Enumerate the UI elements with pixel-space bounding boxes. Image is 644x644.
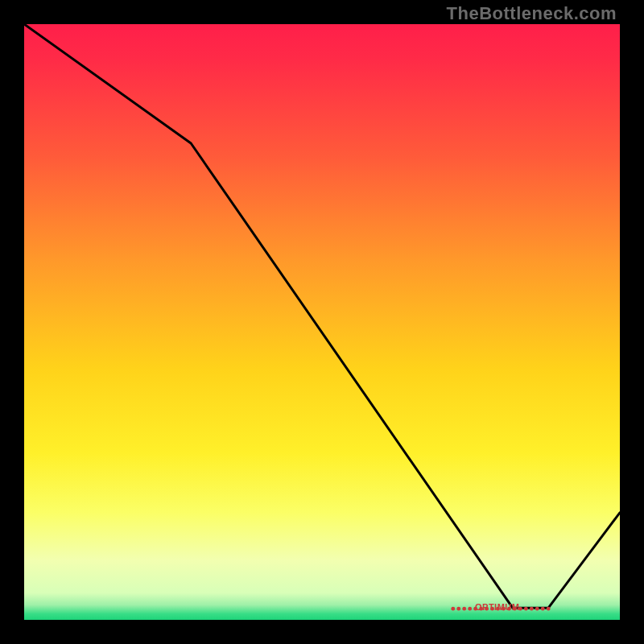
svg-point-3: [468, 607, 472, 611]
chart-frame: OPTIMUM: [24, 24, 620, 620]
gradient-background: [24, 24, 620, 620]
svg-point-13: [524, 607, 528, 611]
watermark-text: TheBottleneck.com: [447, 3, 617, 24]
svg-point-2: [462, 607, 466, 611]
bottleneck-chart: [24, 24, 620, 620]
svg-point-0: [451, 607, 455, 611]
svg-point-1: [456, 607, 460, 611]
svg-point-15: [535, 607, 539, 611]
svg-point-16: [541, 607, 545, 611]
optimum-label: OPTIMUM: [475, 602, 519, 612]
svg-point-17: [547, 607, 551, 611]
svg-point-14: [530, 607, 534, 611]
